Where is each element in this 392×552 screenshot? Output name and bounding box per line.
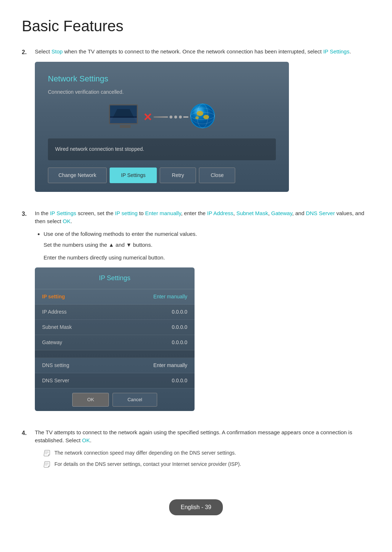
cable-connector	[154, 116, 188, 118]
ip-ok-btn[interactable]: OK	[72, 393, 109, 407]
status-box: Wired network connection test stopped.	[48, 138, 276, 160]
cable-dots	[170, 116, 182, 118]
globe-container	[190, 103, 215, 131]
step-2-number: 2.	[22, 48, 35, 57]
step-4-text: The TV attempts to connect to the networ…	[35, 428, 370, 445]
gateway-value: 0.0.0.0	[111, 335, 195, 350]
step-3: 3. In the IP Settings screen, set the IP…	[22, 209, 370, 420]
gateway-link[interactable]: Gateway	[271, 210, 292, 216]
methods-bullet: Use one of the following methods to ente…	[44, 230, 370, 238]
dns-server-value: 0.0.0.0	[111, 373, 195, 388]
ip-dialog-buttons: OK Cancel	[35, 388, 195, 411]
network-diagram: ✕	[48, 103, 276, 131]
cable-wire	[154, 116, 168, 118]
dialog-buttons: Change Network IP Settings Retry Close	[48, 168, 276, 183]
page-title: Basic Features	[22, 15, 370, 37]
dns-server-row: DNS Server 0.0.0.0	[35, 373, 195, 388]
enter-manually-link[interactable]: Enter manually	[145, 210, 181, 216]
svg-point-7	[197, 111, 203, 116]
step-4-number: 4.	[22, 428, 35, 438]
sub-text-2: Enter the numbers directly using numeric…	[44, 254, 370, 262]
ip-setting-row: IP setting Enter manually	[35, 289, 195, 305]
subnet-mask-row: Subnet Mask 0.0.0.0	[35, 320, 195, 335]
svg-point-3	[191, 104, 215, 128]
step-3-content: In the IP Settings screen, set the IP se…	[35, 209, 370, 420]
network-settings-dialog: Network Settings Connection verification…	[35, 62, 289, 192]
footer-badge: English - 39	[169, 499, 223, 515]
dot1	[170, 116, 172, 118]
step-2-text: Select Stop when the TV attempts to conn…	[35, 48, 370, 56]
ip-setting-label: IP setting	[35, 289, 111, 305]
ip-address-value: 0.0.0.0	[111, 305, 195, 320]
dialog-title: Network Settings	[48, 73, 276, 85]
stop-link[interactable]: Stop	[52, 48, 63, 55]
gateway-row: Gateway 0.0.0.0	[35, 335, 195, 350]
subnet-mask-link[interactable]: Subnet Mask	[236, 210, 268, 216]
retry-btn[interactable]: Retry	[160, 168, 196, 183]
ip-settings-link-step2[interactable]: IP Settings	[323, 48, 349, 55]
ip-settings-link-step3[interactable]: IP Settings	[50, 210, 76, 216]
svg-point-9	[195, 116, 199, 119]
dns-setting-row: DNS setting Enter manually	[35, 358, 195, 373]
close-btn[interactable]: Close	[199, 168, 235, 183]
step-4: 4. The TV attempts to connect to the net…	[22, 428, 370, 472]
ip-settings-btn[interactable]: IP Settings	[110, 168, 157, 183]
dns-setting-label: DNS setting	[35, 358, 111, 373]
ok-link-step4[interactable]: OK	[82, 437, 90, 443]
tv-stand	[120, 125, 131, 128]
note-2-text: For details on the DNS server settings, …	[54, 460, 241, 468]
ip-dialog-title: IP Settings	[35, 267, 195, 289]
tv-icon	[109, 104, 142, 130]
ip-address-link[interactable]: IP Address	[207, 210, 233, 216]
step-3-number: 3.	[22, 209, 35, 218]
ip-table: IP setting Enter manually IP Address 0.0…	[35, 289, 195, 388]
step-4-content: The TV attempts to connect to the networ…	[35, 428, 370, 472]
tv-screen	[109, 104, 138, 124]
ip-address-label: IP Address	[35, 305, 111, 320]
globe-icon	[190, 103, 215, 129]
gateway-label: Gateway	[35, 335, 111, 350]
ip-setting-link[interactable]: IP setting	[115, 210, 138, 216]
dialog-subtitle: Connection verification cancelled.	[48, 88, 276, 96]
ip-cancel-btn[interactable]: Cancel	[113, 393, 157, 407]
status-text: Wired network connection test stopped.	[55, 145, 144, 153]
dns-server-label: DNS Server	[35, 373, 111, 388]
subnet-mask-label: Subnet Mask	[35, 320, 111, 335]
dns-separator	[35, 350, 195, 358]
ip-settings-dialog: IP Settings IP setting Enter manually IP…	[35, 267, 195, 411]
cable-end	[183, 116, 188, 118]
step-2: 2. Select Stop when the TV attempts to c…	[22, 48, 370, 201]
note-1: The network connection speed may differ …	[44, 449, 370, 458]
ip-setting-value: Enter manually	[111, 289, 195, 305]
dns-setting-value: Enter manually	[111, 358, 195, 373]
step-2-content: Select Stop when the TV attempts to conn…	[35, 48, 370, 201]
error-indicator: ✕	[143, 109, 152, 125]
ok-link-step3[interactable]: OK	[63, 218, 71, 224]
subnet-mask-value: 0.0.0.0	[111, 320, 195, 335]
footer: English - 39	[22, 493, 370, 515]
note-icon-1	[44, 450, 52, 458]
dot3	[179, 116, 182, 118]
svg-point-8	[203, 115, 209, 119]
methods-list: Use one of the following methods to ente…	[44, 230, 370, 238]
ip-address-row: IP Address 0.0.0.0	[35, 305, 195, 320]
dns-server-link[interactable]: DNS Server	[306, 210, 335, 216]
note-1-text: The network connection speed may differ …	[54, 449, 236, 457]
note-2: For details on the DNS server settings, …	[44, 460, 370, 469]
change-network-btn[interactable]: Change Network	[48, 168, 107, 183]
sub-text-1: Set the numbers using the ▲ and ▼ button…	[44, 241, 370, 249]
note-icon-2	[44, 461, 52, 469]
dot2	[174, 116, 177, 118]
step-3-text: In the IP Settings screen, set the IP se…	[35, 209, 370, 226]
x-icon: ✕	[143, 109, 152, 125]
